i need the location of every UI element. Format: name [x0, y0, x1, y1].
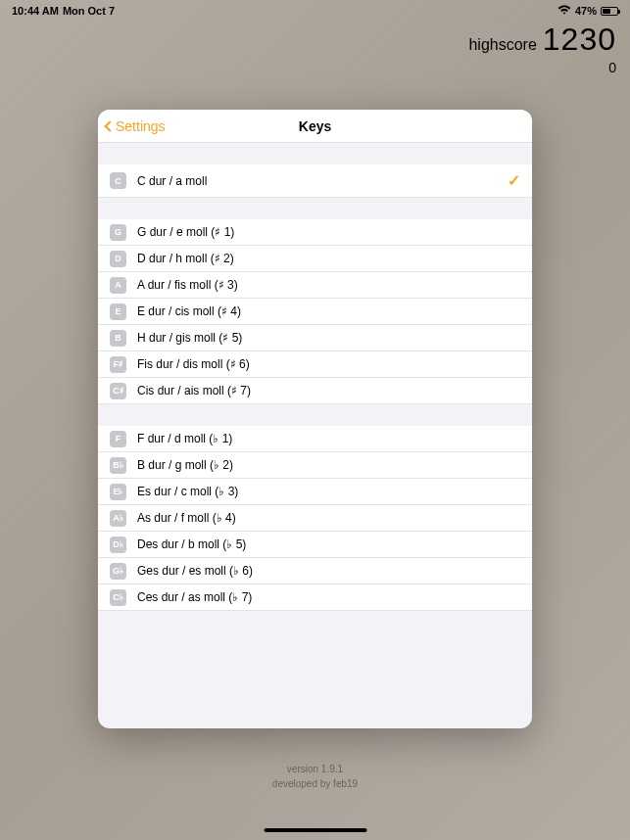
key-label: Ces dur / as moll (♭ 7): [137, 590, 520, 604]
status-bar: 10:44 AM Mon Oct 7 47%: [0, 0, 630, 22]
battery-icon: [601, 7, 618, 16]
chevron-left-icon: [104, 120, 115, 131]
key-row[interactable]: DD dur / h moll (♯ 2): [98, 246, 532, 272]
battery-percent: 47%: [575, 5, 597, 17]
section-gap: [98, 404, 532, 426]
key-badge: C♭: [110, 589, 126, 606]
key-badge: F♯: [110, 356, 126, 373]
section-gap: [98, 143, 532, 164]
developer-text: developed by feb19: [0, 776, 630, 791]
key-row[interactable]: BH dur / gis moll (♯ 5): [98, 325, 532, 351]
key-badge: A♭: [110, 510, 126, 527]
key-row[interactable]: G♭Ges dur / es moll (♭ 6): [98, 558, 532, 584]
key-label: Es dur / c moll (♭ 3): [137, 485, 520, 498]
key-label: G dur / e moll (♯ 1): [137, 225, 520, 239]
key-badge: E: [110, 303, 126, 320]
key-badge: B: [110, 330, 126, 347]
key-row[interactable]: AA dur / fis moll (♯ 3): [98, 272, 532, 299]
key-label: C dur / a moll: [137, 174, 508, 188]
key-badge: C: [110, 172, 126, 189]
footer: version 1.9.1 developed by feb19: [0, 762, 630, 791]
key-badge: B♭: [110, 457, 126, 474]
key-row[interactable]: GG dur / e moll (♯ 1): [98, 219, 532, 246]
key-label: As dur / f moll (♭ 4): [137, 511, 520, 525]
key-badge: E♭: [110, 484, 126, 500]
key-row[interactable]: F♯Fis dur / dis moll (♯ 6): [98, 351, 532, 378]
back-button[interactable]: Settings: [106, 118, 166, 134]
key-row[interactable]: A♭As dur / f moll (♭ 4): [98, 505, 532, 532]
key-row[interactable]: C♯Cis dur / ais moll (♯ 7): [98, 378, 532, 404]
key-badge: A: [110, 277, 126, 294]
key-label: A dur / fis moll (♯ 3): [137, 278, 520, 292]
key-row[interactable]: E♭Es dur / c moll (♭ 3): [98, 479, 532, 505]
key-row[interactable]: CC dur / a moll✓: [98, 164, 532, 198]
key-row[interactable]: FF dur / d moll (♭ 1): [98, 426, 532, 452]
key-row[interactable]: EE dur / cis moll (♯ 4): [98, 299, 532, 325]
modal-header: Settings Keys: [98, 110, 532, 143]
modal-title: Keys: [299, 118, 331, 134]
version-text: version 1.9.1: [0, 762, 630, 776]
wifi-icon: [557, 5, 571, 17]
keys-modal: Settings Keys CC dur / a moll✓GG dur / e…: [98, 110, 532, 728]
status-time: 10:44 AM: [12, 5, 59, 17]
key-badge: D: [110, 251, 126, 267]
status-date: Mon Oct 7: [63, 5, 115, 17]
key-label: Ges dur / es moll (♭ 6): [137, 564, 520, 578]
key-badge: F: [110, 431, 126, 447]
back-label: Settings: [116, 118, 166, 134]
key-badge: G: [110, 224, 126, 241]
key-label: Des dur / b moll (♭ 5): [137, 537, 520, 551]
key-label: F dur / d moll (♭ 1): [137, 432, 520, 445]
key-label: Fis dur / dis moll (♯ 6): [137, 357, 520, 371]
key-row[interactable]: D♭Des dur / b moll (♭ 5): [98, 532, 532, 558]
score-area: highscore 1230 0: [468, 22, 616, 75]
key-label: B dur / g moll (♭ 2): [137, 458, 520, 472]
key-label: Cis dur / ais moll (♯ 7): [137, 384, 520, 397]
checkmark-icon: ✓: [508, 171, 520, 190]
key-badge: G♭: [110, 563, 126, 580]
key-label: H dur / gis moll (♯ 5): [137, 331, 520, 345]
key-badge: D♭: [110, 537, 126, 553]
highscore-value: 1230: [543, 22, 616, 58]
current-score: 0: [468, 60, 616, 75]
home-indicator: [264, 828, 366, 832]
key-label: D dur / h moll (♯ 2): [137, 252, 520, 265]
section-gap: [98, 198, 532, 219]
key-row[interactable]: C♭Ces dur / as moll (♭ 7): [98, 584, 532, 611]
key-row[interactable]: B♭B dur / g moll (♭ 2): [98, 452, 532, 479]
key-badge: C♯: [110, 383, 126, 399]
highscore-label: highscore: [468, 36, 536, 54]
key-label: E dur / cis moll (♯ 4): [137, 304, 520, 318]
